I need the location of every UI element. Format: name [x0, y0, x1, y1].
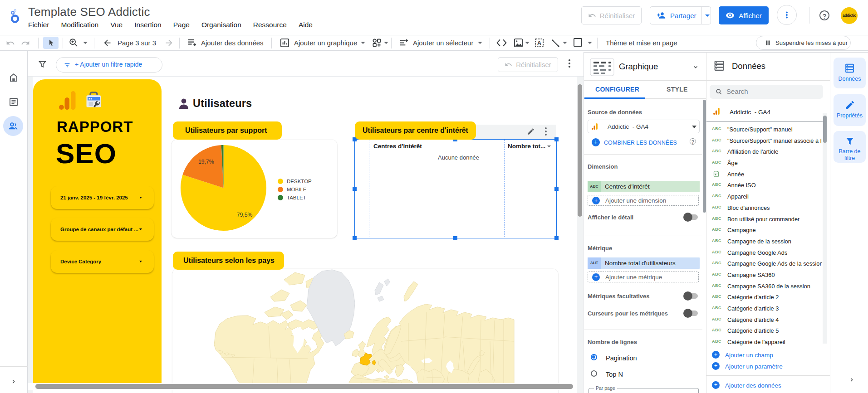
svg-text:19,7%: 19,7%	[198, 159, 214, 165]
svg-text:79,5%: 79,5%	[237, 212, 253, 218]
svg-text:A: A	[537, 40, 541, 46]
